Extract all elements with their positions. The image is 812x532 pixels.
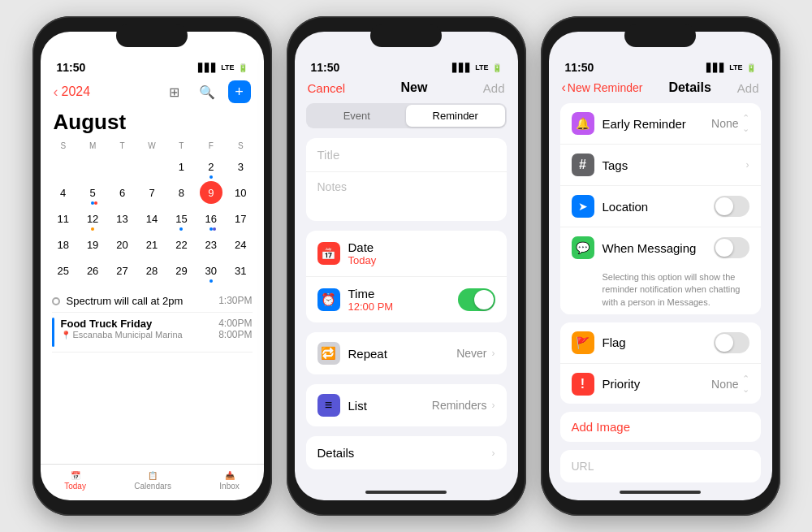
cal-day-today[interactable]: 9 — [200, 181, 222, 204]
cal-day[interactable]: 23 — [197, 231, 226, 257]
tags-left: # Tags — [572, 154, 628, 176]
cal-day[interactable]: 31 — [226, 257, 255, 283]
home-indicator-2 — [365, 491, 447, 494]
cal-day[interactable]: 28 — [137, 257, 166, 283]
tags-right: › — [746, 159, 749, 171]
flag-label: Flag — [603, 335, 626, 349]
cal-day[interactable] — [107, 154, 136, 179]
cal-day[interactable]: 6 — [107, 179, 136, 205]
cal-layout-icon[interactable]: ⊞ — [163, 80, 186, 103]
home-indicator-3 — [620, 491, 701, 494]
details-row[interactable]: Details › — [306, 436, 507, 469]
details-section-2: 🚩 Flag ! Priority None ⌃⌄ — [560, 322, 761, 404]
time-toggle[interactable] — [458, 288, 495, 311]
cal-event-item-1[interactable]: Spectrum will call at 2pm 1:30PM — [52, 290, 253, 313]
priority-label: Priority — [603, 377, 641, 391]
seg-event[interactable]: Event — [308, 105, 407, 127]
cal-day[interactable]: 21 — [137, 231, 166, 257]
cancel-button[interactable]: Cancel — [308, 81, 346, 95]
early-reminder-row[interactable]: 🔔 Early Reminder None ⌃⌄ — [560, 103, 761, 145]
cal-day[interactable]: 11 — [49, 205, 78, 231]
cal-tab-today[interactable]: 📅 Today — [64, 471, 86, 491]
flag-row[interactable]: 🚩 Flag — [560, 322, 761, 364]
cal-day[interactable]: 1 — [166, 154, 196, 179]
cal-day[interactable]: 29 — [166, 257, 196, 283]
cal-event-time-1: 1:30PM — [218, 295, 252, 306]
cal-day[interactable] — [49, 154, 78, 179]
location-label: Location — [603, 200, 649, 214]
time-row[interactable]: ⏰ Time 12:00 PM — [306, 277, 507, 322]
cal-day[interactable]: 13 — [107, 205, 136, 231]
repeat-row[interactable]: 🔁 Repeat Never › — [306, 332, 507, 374]
location-toggle[interactable] — [714, 196, 749, 217]
cal-day[interactable]: 8 — [166, 179, 196, 205]
cal-day[interactable]: 17 — [226, 205, 255, 231]
status-icons-2: ▋▋▋ LTE 🔋 — [452, 63, 501, 72]
cal-day[interactable]: 24 — [226, 231, 255, 257]
add-button-2[interactable]: Add — [483, 81, 505, 95]
dow-1: M — [78, 141, 107, 150]
back-chevron-icon: ‹ — [562, 80, 566, 95]
cal-day[interactable]: 22 — [166, 231, 196, 257]
tags-label: Tags — [603, 158, 628, 172]
cal-day[interactable]: 25 — [49, 257, 78, 283]
status-time-2: 11:50 — [311, 61, 340, 74]
tags-row[interactable]: # Tags › — [560, 145, 761, 186]
cal-day[interactable]: 30 — [197, 257, 226, 283]
cal-tab-calendars[interactable]: 📋 Calendars — [134, 471, 171, 491]
list-row-right: Reminders › — [432, 399, 495, 412]
date-label: Date — [348, 240, 377, 254]
seg-reminder[interactable]: Reminder — [406, 105, 505, 127]
list-icon: ≡ — [317, 394, 340, 417]
add-button-3[interactable]: Add — [737, 81, 759, 95]
when-messaging-toggle[interactable] — [714, 237, 749, 258]
cal-day[interactable]: 26 — [78, 257, 107, 283]
cal-day[interactable]: 16 — [197, 205, 226, 231]
cal-day[interactable]: 3 — [226, 154, 255, 179]
lte-label-2: LTE — [475, 63, 488, 71]
cal-day[interactable] — [78, 154, 107, 179]
location-row[interactable]: ➤ Location — [560, 186, 761, 227]
flag-toggle[interactable] — [714, 332, 749, 353]
cal-day[interactable]: 19 — [78, 231, 107, 257]
cal-day[interactable] — [137, 154, 166, 179]
cal-day[interactable]: 27 — [107, 257, 136, 283]
title-input[interactable]: Title — [306, 138, 507, 172]
details-section-1: 🔔 Early Reminder None ⌃⌄ # Tags › — [560, 103, 761, 314]
cal-day[interactable]: 18 — [49, 231, 78, 257]
back-to-new-reminder[interactable]: ‹ New Reminder — [562, 80, 643, 95]
phone-1: 11:50 ▋▋▋ LTE 🔋 ‹ 2024 ⊞ 🔍 + August S — [32, 16, 272, 516]
early-reminder-label: Early Reminder — [603, 117, 686, 131]
cal-event-item-2[interactable]: Food Truck Friday 📍 Escanaba Municipal M… — [52, 313, 253, 353]
list-row[interactable]: ≡ List Reminders › — [306, 384, 507, 426]
cal-day[interactable]: 7 — [137, 179, 166, 205]
add-image-button[interactable]: Add Image — [560, 412, 761, 442]
cal-search-icon[interactable]: 🔍 — [196, 80, 218, 103]
cal-day[interactable]: 4 — [49, 179, 78, 205]
cal-day[interactable]: 12 — [78, 205, 107, 231]
cal-day[interactable]: 5 — [78, 179, 107, 205]
date-row[interactable]: 📅 Date Today — [306, 231, 507, 276]
segment-control: Event Reminder — [306, 103, 507, 128]
when-messaging-row[interactable]: 💬 When Messaging — [560, 227, 761, 268]
calendar-screen: 11:50 ▋▋▋ LTE 🔋 ‹ 2024 ⊞ 🔍 + August S — [41, 32, 264, 500]
cal-grid: S M T W T F S 1 2 3 4 5 6 7 — [41, 141, 264, 283]
battery-icon-1: 🔋 — [238, 63, 248, 72]
cal-add-button[interactable]: + — [228, 80, 251, 103]
list-value: Reminders — [432, 399, 487, 412]
flag-icon: 🚩 — [572, 331, 594, 354]
notes-input[interactable]: Notes — [306, 172, 507, 221]
cal-tab-inbox[interactable]: 📥 Inbox — [219, 471, 239, 491]
cal-day[interactable]: 20 — [107, 231, 136, 257]
cal-day[interactable]: 15 — [166, 205, 196, 231]
cal-day[interactable]: 10 — [226, 179, 255, 205]
repeat-icon: 🔁 — [317, 342, 340, 365]
url-input[interactable]: URL — [560, 450, 761, 482]
cal-day[interactable]: 2 — [197, 154, 226, 179]
cal-back-year[interactable]: ‹ 2024 — [54, 84, 91, 101]
cal-day[interactable]: 14 — [137, 205, 166, 231]
status-icons-1: ▋▋▋ LTE 🔋 — [198, 63, 247, 72]
status-time-3: 11:50 — [565, 61, 594, 74]
priority-row[interactable]: ! Priority None ⌃⌄ — [560, 364, 761, 404]
when-messaging-icon: 💬 — [572, 236, 594, 259]
